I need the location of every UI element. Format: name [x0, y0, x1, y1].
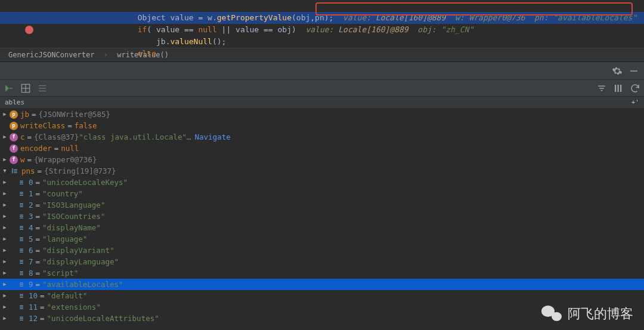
debug-toolbar: [0, 62, 644, 80]
array-item-row[interactable]: ▶≡8 = "script": [0, 267, 644, 279]
inlay-hint: obj:: [408, 25, 441, 34]
filter-icon[interactable]: [596, 83, 607, 94]
array-item-row[interactable]: ▶≡1 = "country": [0, 188, 644, 199]
array-item-row[interactable]: ▶≡2 = "ISO3Language": [0, 199, 644, 211]
expand-arrow-icon[interactable]: ▶: [1, 211, 8, 222]
element-icon: ≡: [17, 235, 26, 243]
gear-icon[interactable]: [612, 66, 623, 76]
equals: =: [36, 199, 41, 211]
expand-arrow-icon[interactable]: ▶: [1, 290, 8, 301]
svg-rect-11: [618, 85, 619, 92]
expand-arrow-icon[interactable]: ▶: [1, 233, 8, 245]
evaluate-icon[interactable]: [4, 83, 14, 94]
expand-arrow-icon[interactable]: ▶: [1, 222, 8, 233]
variable-row[interactable]: pwriteClass = false: [0, 120, 644, 131]
array-value: "extensions": [47, 301, 101, 313]
param-icon: p: [10, 122, 18, 130]
expand-arrow-icon[interactable]: ▶: [1, 188, 8, 199]
expand-arrow-icon[interactable]: ▼: [1, 165, 8, 177]
gutter[interactable]: [18, 12, 39, 24]
gutter[interactable]: [18, 36, 39, 48]
variables-tab-header: ables +': [0, 97, 644, 109]
expand-arrow-icon[interactable]: ▶: [1, 154, 8, 165]
expand-arrow-icon[interactable]: ▶: [1, 301, 8, 313]
array-item-row[interactable]: ▶≡9 = "availableLocales": [0, 279, 644, 290]
array-item-row[interactable]: ▶≡7 = "displayLanguage": [0, 256, 644, 267]
array-value: "ISO3Language": [42, 199, 105, 211]
variable-name: w: [20, 154, 25, 165]
array-item-row[interactable]: ▶≡3 = "ISOCountries": [0, 211, 644, 222]
variable-name: writeClass: [20, 120, 65, 131]
gutter[interactable]: [18, 48, 39, 60]
array-value: "ISOCountries": [42, 211, 105, 222]
indent: [39, 48, 137, 60]
array-item-row[interactable]: ▶≡4 = "displayName": [0, 222, 644, 233]
variable-row[interactable]: fencoder = null: [0, 143, 644, 154]
equals: =: [40, 290, 45, 301]
array-item-row[interactable]: ▶≡0 = "unicodeLocaleKeys": [0, 177, 644, 188]
element-icon: ≡: [17, 201, 26, 209]
expand-arrow-icon[interactable]: ▶: [1, 245, 8, 256]
token: jb.: [156, 37, 170, 46]
expand-arrow-icon[interactable]: ▶: [1, 109, 8, 120]
variable-object: {Wrapper0@736}: [34, 154, 97, 165]
expand-arrow-icon[interactable]: ▶: [1, 313, 8, 324]
code-line[interactable]: Object value = w.getPropertyValue(obj,pn…: [0, 0, 644, 12]
inlay-hint: value:: [305, 25, 338, 34]
token-keyword: if: [138, 25, 147, 34]
element-icon: ≡: [17, 269, 26, 277]
array-index: 0: [29, 177, 33, 188]
minimize-icon[interactable]: [628, 66, 639, 76]
svg-rect-12: [620, 85, 621, 92]
navigate-link[interactable]: Navigate: [194, 131, 230, 143]
token-method: valueNull: [170, 37, 212, 46]
indent: [39, 12, 137, 24]
token: ();: [212, 37, 226, 46]
expand-arrow-icon[interactable]: ▶: [1, 256, 8, 267]
element-icon: ≡: [17, 303, 26, 312]
element-icon: ≡: [17, 280, 26, 289]
breakpoint-icon[interactable]: [25, 26, 33, 34]
array-index: 4: [29, 222, 33, 233]
grid-icon[interactable]: [20, 83, 31, 94]
equals: =: [36, 279, 41, 290]
element-icon: ≡: [17, 212, 26, 221]
equals: =: [40, 313, 45, 324]
expand-arrow-icon[interactable]: ▶: [1, 267, 8, 279]
add-watch-icon[interactable]: +': [631, 98, 639, 106]
expand-arrow-icon[interactable]: ▶: [1, 131, 8, 143]
array-item-row[interactable]: ▶≡6 = "displayVariant": [0, 245, 644, 256]
equals: =: [36, 245, 41, 256]
field-icon: f: [10, 133, 18, 141]
variable-row[interactable]: ▼⁞≡pns = {String[19]@737}: [0, 165, 644, 177]
refresh-icon[interactable]: [630, 83, 640, 94]
columns-icon[interactable]: [613, 83, 624, 94]
expand-arrow-icon[interactable]: ▶: [1, 199, 8, 211]
variable-row[interactable]: ▶fc = {Class@37} "class java.util.Locale…: [0, 131, 644, 143]
equals: =: [54, 143, 59, 154]
token: ( value ==: [147, 25, 198, 34]
token-keyword: else: [138, 49, 156, 58]
variable-name: pns: [21, 165, 35, 177]
array-index: 2: [29, 199, 33, 211]
expand-arrow-icon[interactable]: ▶: [1, 279, 8, 290]
element-icon: ≡: [17, 178, 26, 187]
variable-row[interactable]: ▶pjb = {JSONWriter@585}: [0, 109, 644, 120]
list-icon[interactable]: [37, 83, 48, 94]
array-item-row[interactable]: ▶≡10 = "default": [0, 290, 644, 301]
code-editor[interactable]: Object value = w.getPropertyValue(obj,pn…: [0, 0, 644, 48]
array-index: 9: [29, 279, 33, 290]
gutter[interactable]: [18, 24, 39, 36]
equals: =: [36, 233, 41, 245]
tab-variables[interactable]: ables: [5, 98, 24, 106]
element-icon: ≡: [17, 190, 26, 198]
variable-row[interactable]: ▶fw = {Wrapper0@736}: [0, 154, 644, 165]
variables-tree[interactable]: ▶pjb = {JSONWriter@585}pwriteClass = fal…: [0, 109, 644, 324]
token: value = w.: [166, 13, 217, 22]
token-keyword: null: [198, 25, 216, 34]
token-type: Object: [138, 13, 166, 22]
expand-arrow-icon[interactable]: ▶: [1, 177, 8, 188]
inlay-hint: w: Wrapper0@736 pn:: [445, 13, 553, 22]
equals: =: [36, 177, 41, 188]
array-item-row[interactable]: ▶≡5 = "language": [0, 233, 644, 245]
